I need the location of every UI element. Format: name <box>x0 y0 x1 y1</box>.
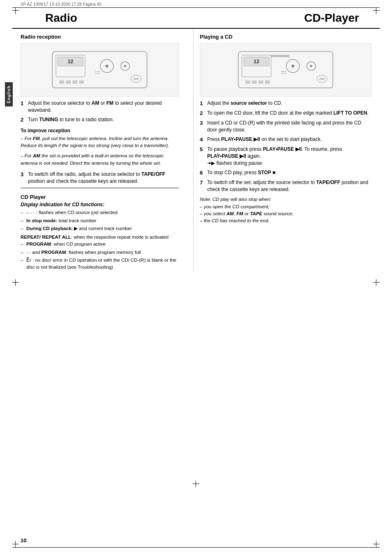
svg-point-25 <box>291 65 294 68</box>
crosshair-top-left <box>12 7 19 14</box>
cd-step-3: 3 Insert a CD or CD-(R) with the printed… <box>200 120 371 134</box>
radio-device-image: 12 DRB <box>21 43 179 97</box>
playing-cd-title: Playing a CD <box>200 34 371 40</box>
cd-player-title: CD Player <box>21 194 179 200</box>
svg-point-37 <box>285 71 286 72</box>
crosshair-mid-left <box>12 279 19 286</box>
svg-text:12: 12 <box>68 59 74 64</box>
crosshair-top-right <box>373 7 380 14</box>
svg-point-40 <box>285 73 286 74</box>
cd-player-section: CD Player Display indication for CD func… <box>21 194 179 271</box>
header-radio-title: Radio <box>45 12 77 25</box>
cd-error: Ẽr : no disc/ error in CD operation or w… <box>21 257 179 271</box>
svg-rect-9 <box>66 81 71 84</box>
improve-fm-text: – For FM, pull out the telescopic antenn… <box>21 135 179 150</box>
page-number: 10 <box>21 537 26 543</box>
radio-reception-section: Radio reception 12 <box>21 34 179 184</box>
page-border-top <box>12 7 380 8</box>
improve-reception-section: To improve reception – For FM, pull out … <box>21 128 179 167</box>
improve-reception-title: To improve reception <box>21 128 179 134</box>
svg-point-27 <box>310 65 312 67</box>
language-tab: English <box>5 82 13 106</box>
radio-illustration: 12 DRB <box>29 46 171 93</box>
svg-rect-8 <box>60 81 64 84</box>
svg-rect-11 <box>79 81 84 84</box>
cd-bullet-stop-mode: In stop mode: total track number <box>21 217 179 224</box>
svg-point-17 <box>95 73 97 74</box>
crosshair-bottom-right <box>373 541 380 548</box>
crosshair-center <box>193 481 199 487</box>
svg-rect-30 <box>252 81 257 84</box>
svg-point-16 <box>99 71 100 72</box>
cd-play-steps: 1 Adjust the source selector to CD. 2 To… <box>200 100 371 193</box>
playing-cd-section: Playing a CD 12 <box>200 34 371 224</box>
page-border-bottom <box>12 547 380 548</box>
svg-point-14 <box>95 71 97 72</box>
cd-step-2: 2 To open the CD door, lift the CD door … <box>200 110 371 117</box>
cd-illustration: 12 DRB <box>209 46 362 93</box>
header-meta: XP AZ 1008/17 13-10-2000 17:28 Pagina 40 <box>21 2 101 7</box>
radio-step-3: 3 To switch off the radio, adjust the so… <box>21 171 179 185</box>
cd-bullet-playback: During CD playback: ▶ and current track … <box>21 225 179 232</box>
svg-point-5 <box>106 65 108 68</box>
cd-program-bullets: PROGRAM: when CD program active - - and … <box>21 241 179 271</box>
radio-reception-title: Radio reception <box>21 34 179 40</box>
cd-display-title: Display indication for CD functions: <box>21 202 179 207</box>
cd-step-4: 4 Press PLAY•PAUSE ▶II on the set to sta… <box>200 136 371 143</box>
cd-program-dashes: - - and PROGRAM: flashes when program me… <box>21 249 179 256</box>
svg-point-39 <box>283 73 284 74</box>
svg-point-38 <box>281 73 283 74</box>
header-cd-title: CD-Player <box>304 12 359 25</box>
radio-step-2: 2 Turn TUNING to tune to a radio station… <box>21 116 179 124</box>
cd-display-bullets: – - - : flashes when CD source just sele… <box>21 209 179 232</box>
svg-rect-10 <box>73 81 77 84</box>
cd-step-5: 5 To pause playback press PLAY•PAUSE ▶II… <box>200 146 371 166</box>
svg-rect-32 <box>265 81 270 84</box>
left-column: Radio reception 12 <box>21 29 185 272</box>
svg-point-36 <box>283 71 284 72</box>
svg-text:12: 12 <box>254 59 259 64</box>
cd-device-image: 12 DRB <box>200 43 371 97</box>
crosshair-bottom-left <box>12 541 19 548</box>
cd-step-7: 7 To switch off the set, adjust the sour… <box>200 179 371 193</box>
svg-rect-31 <box>259 81 263 84</box>
svg-rect-28 <box>271 55 289 57</box>
radio-steps: 1 Adjust the source selector to AM or FM… <box>21 100 179 124</box>
svg-point-35 <box>281 71 283 72</box>
cd-step-1: 1 Adjust the source selector to CD. <box>200 100 371 107</box>
cd-step-6: 6 To stop CD play, press STOP ■. <box>200 169 371 177</box>
svg-point-7 <box>124 65 126 67</box>
right-column: Playing a CD 12 <box>193 29 371 272</box>
improve-am-text: – For AM the set is provided with a buil… <box>21 152 179 167</box>
svg-point-18 <box>97 73 99 74</box>
svg-point-15 <box>97 71 99 72</box>
cd-program: PROGRAM: when CD program active <box>21 241 179 248</box>
crosshair-mid-right <box>373 279 380 286</box>
radio-step-3-list: 3 To switch off the radio, adjust the so… <box>21 171 179 185</box>
svg-point-19 <box>99 73 100 74</box>
repeat-text: REPEAT/ REPEAT ALL: when the respective … <box>21 234 179 241</box>
cd-note: Note: CD play will also stop when: – you… <box>200 196 371 224</box>
main-content: Radio reception 12 <box>12 29 380 272</box>
svg-text:DRB: DRB <box>319 78 325 81</box>
svg-text:DRB: DRB <box>134 78 139 81</box>
radio-step-1: 1 Adjust the source selector to AM or FM… <box>21 100 179 114</box>
section-divider <box>21 188 179 188</box>
svg-rect-29 <box>246 81 250 84</box>
cd-bullet-dashes: – - - : flashes when CD source just sele… <box>21 209 179 216</box>
